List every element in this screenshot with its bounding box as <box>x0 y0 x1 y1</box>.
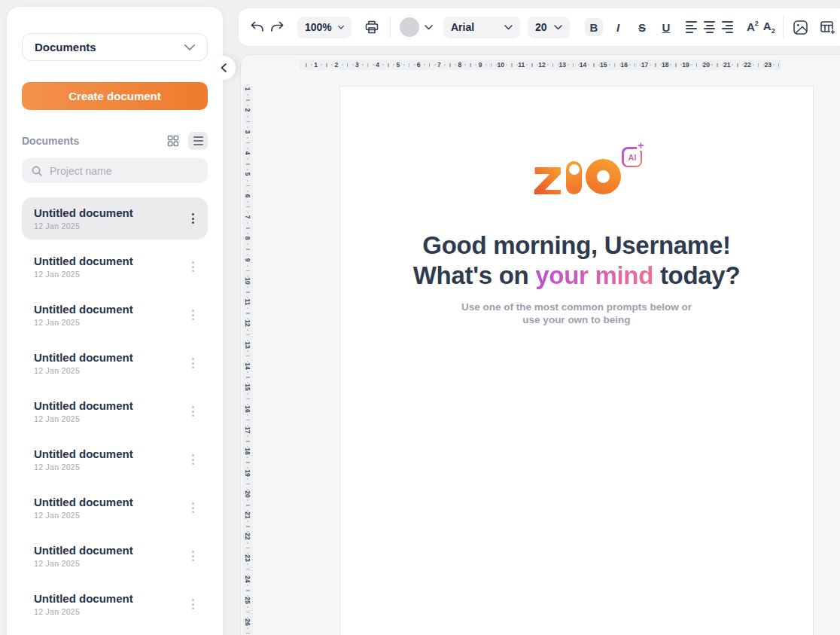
search-input[interactable] <box>50 165 199 177</box>
subtitle-line2: use your own to being <box>340 313 813 326</box>
document-title: Untitled document <box>34 206 189 219</box>
create-document-button[interactable]: Create document <box>22 82 208 110</box>
greeting-line2-prefix: What's on <box>413 261 536 289</box>
document-list-item[interactable]: Untitled document12 Jan 2025 <box>22 583 208 625</box>
document-list-item[interactable]: Untitled document12 Jan 2025 <box>22 390 208 432</box>
document-title: Untitled document <box>34 592 189 605</box>
ruler-number: 10 <box>244 276 251 286</box>
document-menu-button[interactable] <box>189 548 197 564</box>
print-button[interactable] <box>364 20 380 35</box>
subscript-button[interactable]: A 2 <box>763 20 775 35</box>
align-right-button[interactable] <box>722 21 733 32</box>
document-date: 12 Jan 2025 <box>34 559 189 568</box>
strikethrough-button[interactable]: S <box>633 18 651 36</box>
ruler-number: 3 <box>244 127 251 137</box>
workspace-selector-dropdown[interactable]: Documents <box>22 33 208 61</box>
workspace-selector-label: Documents <box>35 41 96 53</box>
sidebar: Documents Create document Documents Unti… <box>6 6 224 635</box>
document-title: Untitled document <box>34 351 189 364</box>
italic-button[interactable]: I <box>609 18 627 36</box>
align-center-button[interactable] <box>704 21 715 32</box>
font-family-dropdown[interactable]: Arial <box>443 17 520 38</box>
document-menu-button[interactable] <box>189 210 197 227</box>
ruler-number: 17 <box>641 60 648 70</box>
document-list-item[interactable]: Untitled document12 Jan 2025 <box>22 197 208 240</box>
logo-letter-i <box>566 161 582 194</box>
document-menu-button[interactable] <box>189 451 197 468</box>
ruler-number: 4 <box>376 60 379 70</box>
document-title: Untitled document <box>34 255 189 267</box>
ruler-number: 16 <box>620 60 627 70</box>
ruler-number: 11 <box>518 60 525 70</box>
zoom-level-dropdown[interactable]: 100% <box>297 17 352 38</box>
document-menu-button[interactable] <box>189 403 197 420</box>
logo-letter-z: z <box>532 161 564 194</box>
ruler-number: 3 <box>355 60 359 70</box>
ai-badge-plus-icon: + <box>637 141 644 151</box>
list-view-button[interactable] <box>188 132 208 150</box>
document-list-item[interactable]: Untitled document12 Jan 2025 <box>22 246 208 288</box>
font-size-value: 20 <box>535 21 547 33</box>
superscript-button[interactable]: A 2 <box>747 20 759 34</box>
grid-view-button[interactable] <box>163 132 183 150</box>
ruler-number: 4 <box>244 148 251 158</box>
ruler-number: 8 <box>244 233 251 243</box>
printer-icon <box>364 20 379 35</box>
grid-view-icon <box>167 135 179 147</box>
insert-table-button[interactable] <box>820 20 836 35</box>
document-date: 12 Jan 2025 <box>34 366 189 375</box>
ruler-number: 20 <box>244 489 251 499</box>
font-family-value: Arial <box>451 21 474 33</box>
ruler-number: 23 <box>244 553 251 563</box>
document-list-item[interactable]: Untitled document12 Jan 2025 <box>22 294 208 336</box>
ruler-number: 21 <box>723 60 730 70</box>
redo-button[interactable] <box>270 20 285 34</box>
table-add-icon <box>820 20 836 35</box>
document-list-item[interactable]: Untitled document12 Jan 2025 <box>22 438 208 481</box>
align-left-button[interactable] <box>686 21 697 32</box>
document-menu-button[interactable] <box>189 258 197 275</box>
document-page[interactable]: z AI + Good morning, Username! What's on… <box>339 86 814 635</box>
document-list-item[interactable]: Untitled document12 Jan 2025 <box>22 535 208 577</box>
document-menu-button[interactable] <box>189 307 197 323</box>
text-color-dropdown[interactable] <box>400 17 433 37</box>
subtitle-line1: Use one of the most common prompts below… <box>340 301 813 313</box>
chevron-down-icon <box>554 25 562 30</box>
document-date: 12 Jan 2025 <box>34 270 189 279</box>
ruler-number: 14 <box>580 60 586 70</box>
document-menu-button[interactable] <box>189 596 197 612</box>
document-list-item[interactable]: Untitled document12 Jan 2025 <box>22 342 208 384</box>
ruler-number: 15 <box>244 382 251 392</box>
document-date: 12 Jan 2025 <box>34 607 189 616</box>
subscript-script: 2 <box>772 28 775 35</box>
document-menu-button[interactable] <box>189 355 197 371</box>
document-menu-button[interactable] <box>189 499 197 516</box>
zoom-level-value: 100% <box>305 21 332 33</box>
ruler-number: 22 <box>744 60 750 70</box>
horizontal-ruler: 1234567891011121314151617181920212223 <box>300 60 781 70</box>
ruler-number: 24 <box>244 574 251 585</box>
ai-badge-label: AI <box>628 153 636 162</box>
search-icon <box>31 165 43 177</box>
ruler-number: 9 <box>479 60 482 70</box>
ruler-number: 6 <box>244 191 251 201</box>
document-date: 12 Jan 2025 <box>34 221 189 230</box>
font-size-dropdown[interactable]: 20 <box>528 17 570 38</box>
chevron-left-icon <box>221 63 227 72</box>
underline-button[interactable]: U <box>657 18 675 36</box>
chevron-down-icon <box>338 25 344 30</box>
sidebar-collapse-button[interactable] <box>212 56 236 80</box>
ruler-number: 15 <box>600 60 607 70</box>
bold-button[interactable]: B <box>585 18 603 36</box>
logo-letter-o <box>586 159 621 194</box>
subscript-base: A <box>763 20 772 33</box>
ruler-number: 19 <box>682 60 689 70</box>
ruler-number: 13 <box>244 340 251 350</box>
ruler-number: 7 <box>437 60 441 70</box>
view-toggles <box>163 132 208 150</box>
undo-button[interactable] <box>249 20 264 34</box>
document-date: 12 Jan 2025 <box>34 414 189 423</box>
insert-image-button[interactable] <box>793 20 809 35</box>
ruler-number: 20 <box>703 60 710 70</box>
document-list-item[interactable]: Untitled document12 Jan 2025 <box>22 487 208 529</box>
